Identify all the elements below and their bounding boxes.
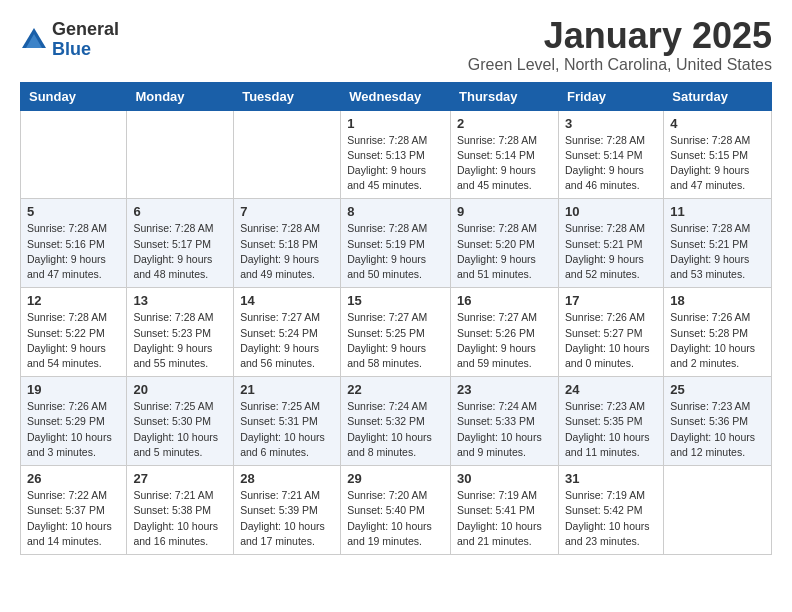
day-number-4-3: 29: [347, 471, 444, 486]
cell-3-2: 21Sunrise: 7:25 AM Sunset: 5:31 PM Dayli…: [234, 377, 341, 466]
cell-2-4: 16Sunrise: 7:27 AM Sunset: 5:26 PM Dayli…: [451, 288, 559, 377]
week-row-3: 19Sunrise: 7:26 AM Sunset: 5:29 PM Dayli…: [21, 377, 772, 466]
day-info-3-5: Sunrise: 7:23 AM Sunset: 5:35 PM Dayligh…: [565, 399, 657, 460]
logo-general: General: [52, 20, 119, 40]
calendar-table: Sunday Monday Tuesday Wednesday Thursday…: [20, 82, 772, 555]
week-row-4: 26Sunrise: 7:22 AM Sunset: 5:37 PM Dayli…: [21, 466, 772, 555]
cell-3-6: 25Sunrise: 7:23 AM Sunset: 5:36 PM Dayli…: [664, 377, 772, 466]
cell-2-2: 14Sunrise: 7:27 AM Sunset: 5:24 PM Dayli…: [234, 288, 341, 377]
day-number-2-0: 12: [27, 293, 120, 308]
day-number-1-5: 10: [565, 204, 657, 219]
day-info-0-4: Sunrise: 7:28 AM Sunset: 5:14 PM Dayligh…: [457, 133, 552, 194]
cell-1-4: 9Sunrise: 7:28 AM Sunset: 5:20 PM Daylig…: [451, 199, 559, 288]
cell-3-1: 20Sunrise: 7:25 AM Sunset: 5:30 PM Dayli…: [127, 377, 234, 466]
day-info-3-3: Sunrise: 7:24 AM Sunset: 5:32 PM Dayligh…: [347, 399, 444, 460]
day-number-2-3: 15: [347, 293, 444, 308]
header-monday: Monday: [127, 82, 234, 110]
calendar-body: 1Sunrise: 7:28 AM Sunset: 5:13 PM Daylig…: [21, 110, 772, 554]
day-info-1-6: Sunrise: 7:28 AM Sunset: 5:21 PM Dayligh…: [670, 221, 765, 282]
header-thursday: Thursday: [451, 82, 559, 110]
week-row-1: 5Sunrise: 7:28 AM Sunset: 5:16 PM Daylig…: [21, 199, 772, 288]
calendar-title: January 2025: [468, 16, 772, 56]
day-number-0-6: 4: [670, 116, 765, 131]
day-info-2-2: Sunrise: 7:27 AM Sunset: 5:24 PM Dayligh…: [240, 310, 334, 371]
day-number-1-2: 7: [240, 204, 334, 219]
day-info-1-3: Sunrise: 7:28 AM Sunset: 5:19 PM Dayligh…: [347, 221, 444, 282]
day-number-4-4: 30: [457, 471, 552, 486]
week-row-0: 1Sunrise: 7:28 AM Sunset: 5:13 PM Daylig…: [21, 110, 772, 199]
title-block: January 2025 Green Level, North Carolina…: [468, 16, 772, 74]
day-info-3-2: Sunrise: 7:25 AM Sunset: 5:31 PM Dayligh…: [240, 399, 334, 460]
cell-3-0: 19Sunrise: 7:26 AM Sunset: 5:29 PM Dayli…: [21, 377, 127, 466]
cell-4-2: 28Sunrise: 7:21 AM Sunset: 5:39 PM Dayli…: [234, 466, 341, 555]
day-info-4-1: Sunrise: 7:21 AM Sunset: 5:38 PM Dayligh…: [133, 488, 227, 549]
cell-0-5: 3Sunrise: 7:28 AM Sunset: 5:14 PM Daylig…: [558, 110, 663, 199]
day-info-2-3: Sunrise: 7:27 AM Sunset: 5:25 PM Dayligh…: [347, 310, 444, 371]
header-saturday: Saturday: [664, 82, 772, 110]
cell-2-6: 18Sunrise: 7:26 AM Sunset: 5:28 PM Dayli…: [664, 288, 772, 377]
cell-1-3: 8Sunrise: 7:28 AM Sunset: 5:19 PM Daylig…: [341, 199, 451, 288]
day-info-1-0: Sunrise: 7:28 AM Sunset: 5:16 PM Dayligh…: [27, 221, 120, 282]
day-number-3-6: 25: [670, 382, 765, 397]
cell-1-0: 5Sunrise: 7:28 AM Sunset: 5:16 PM Daylig…: [21, 199, 127, 288]
day-info-0-5: Sunrise: 7:28 AM Sunset: 5:14 PM Dayligh…: [565, 133, 657, 194]
header-wednesday: Wednesday: [341, 82, 451, 110]
day-number-3-4: 23: [457, 382, 552, 397]
cell-1-2: 7Sunrise: 7:28 AM Sunset: 5:18 PM Daylig…: [234, 199, 341, 288]
day-number-3-2: 21: [240, 382, 334, 397]
day-info-4-0: Sunrise: 7:22 AM Sunset: 5:37 PM Dayligh…: [27, 488, 120, 549]
cell-4-5: 31Sunrise: 7:19 AM Sunset: 5:42 PM Dayli…: [558, 466, 663, 555]
logo-text: General Blue: [52, 20, 119, 60]
week-row-2: 12Sunrise: 7:28 AM Sunset: 5:22 PM Dayli…: [21, 288, 772, 377]
cell-4-3: 29Sunrise: 7:20 AM Sunset: 5:40 PM Dayli…: [341, 466, 451, 555]
cell-2-0: 12Sunrise: 7:28 AM Sunset: 5:22 PM Dayli…: [21, 288, 127, 377]
day-number-3-5: 24: [565, 382, 657, 397]
cell-0-2: [234, 110, 341, 199]
day-info-4-2: Sunrise: 7:21 AM Sunset: 5:39 PM Dayligh…: [240, 488, 334, 549]
cell-1-5: 10Sunrise: 7:28 AM Sunset: 5:21 PM Dayli…: [558, 199, 663, 288]
day-number-2-2: 14: [240, 293, 334, 308]
cell-4-1: 27Sunrise: 7:21 AM Sunset: 5:38 PM Dayli…: [127, 466, 234, 555]
day-info-3-6: Sunrise: 7:23 AM Sunset: 5:36 PM Dayligh…: [670, 399, 765, 460]
day-number-4-0: 26: [27, 471, 120, 486]
day-number-2-4: 16: [457, 293, 552, 308]
cell-3-3: 22Sunrise: 7:24 AM Sunset: 5:32 PM Dayli…: [341, 377, 451, 466]
cell-2-3: 15Sunrise: 7:27 AM Sunset: 5:25 PM Dayli…: [341, 288, 451, 377]
day-number-3-0: 19: [27, 382, 120, 397]
day-info-1-1: Sunrise: 7:28 AM Sunset: 5:17 PM Dayligh…: [133, 221, 227, 282]
header: General Blue January 2025 Green Level, N…: [20, 16, 772, 74]
day-info-3-1: Sunrise: 7:25 AM Sunset: 5:30 PM Dayligh…: [133, 399, 227, 460]
day-number-4-5: 31: [565, 471, 657, 486]
day-number-2-6: 18: [670, 293, 765, 308]
cell-0-0: [21, 110, 127, 199]
day-info-2-5: Sunrise: 7:26 AM Sunset: 5:27 PM Dayligh…: [565, 310, 657, 371]
cell-0-1: [127, 110, 234, 199]
cell-4-0: 26Sunrise: 7:22 AM Sunset: 5:37 PM Dayli…: [21, 466, 127, 555]
cell-2-1: 13Sunrise: 7:28 AM Sunset: 5:23 PM Dayli…: [127, 288, 234, 377]
cell-0-6: 4Sunrise: 7:28 AM Sunset: 5:15 PM Daylig…: [664, 110, 772, 199]
day-info-0-6: Sunrise: 7:28 AM Sunset: 5:15 PM Dayligh…: [670, 133, 765, 194]
cell-4-4: 30Sunrise: 7:19 AM Sunset: 5:41 PM Dayli…: [451, 466, 559, 555]
day-number-0-5: 3: [565, 116, 657, 131]
logo-blue: Blue: [52, 40, 119, 60]
day-number-3-3: 22: [347, 382, 444, 397]
day-info-0-3: Sunrise: 7:28 AM Sunset: 5:13 PM Dayligh…: [347, 133, 444, 194]
day-number-0-3: 1: [347, 116, 444, 131]
page: General Blue January 2025 Green Level, N…: [0, 0, 792, 571]
day-info-4-5: Sunrise: 7:19 AM Sunset: 5:42 PM Dayligh…: [565, 488, 657, 549]
day-info-4-3: Sunrise: 7:20 AM Sunset: 5:40 PM Dayligh…: [347, 488, 444, 549]
day-number-0-4: 2: [457, 116, 552, 131]
day-info-2-6: Sunrise: 7:26 AM Sunset: 5:28 PM Dayligh…: [670, 310, 765, 371]
calendar-subtitle: Green Level, North Carolina, United Stat…: [468, 56, 772, 74]
day-info-1-5: Sunrise: 7:28 AM Sunset: 5:21 PM Dayligh…: [565, 221, 657, 282]
cell-1-1: 6Sunrise: 7:28 AM Sunset: 5:17 PM Daylig…: [127, 199, 234, 288]
day-number-3-1: 20: [133, 382, 227, 397]
day-number-2-5: 17: [565, 293, 657, 308]
day-info-3-0: Sunrise: 7:26 AM Sunset: 5:29 PM Dayligh…: [27, 399, 120, 460]
cell-0-4: 2Sunrise: 7:28 AM Sunset: 5:14 PM Daylig…: [451, 110, 559, 199]
day-info-1-4: Sunrise: 7:28 AM Sunset: 5:20 PM Dayligh…: [457, 221, 552, 282]
day-number-1-1: 6: [133, 204, 227, 219]
header-sunday: Sunday: [21, 82, 127, 110]
cell-3-4: 23Sunrise: 7:24 AM Sunset: 5:33 PM Dayli…: [451, 377, 559, 466]
day-info-2-4: Sunrise: 7:27 AM Sunset: 5:26 PM Dayligh…: [457, 310, 552, 371]
